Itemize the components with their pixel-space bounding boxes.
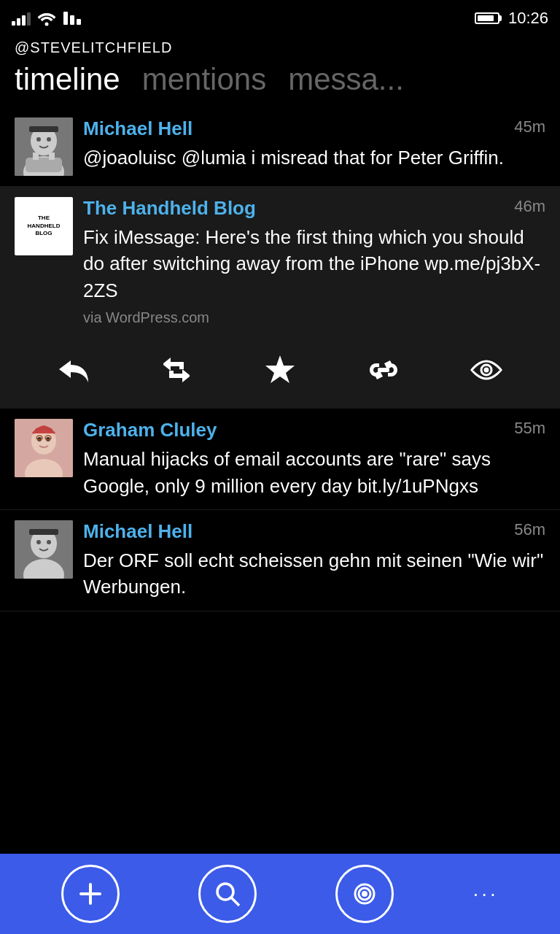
svg-point-8 xyxy=(47,137,51,142)
data-icon xyxy=(63,10,82,26)
avatar xyxy=(15,520,73,579)
bottom-bar: ··· xyxy=(0,854,560,934)
link-icon xyxy=(364,358,403,382)
svg-rect-2 xyxy=(70,15,74,25)
list-item[interactable]: Michael Hell 45m @joaoluisc @lumia i mis… xyxy=(0,107,560,187)
compose-button[interactable] xyxy=(61,865,120,923)
nav-tabs: timeline mentions messa... xyxy=(0,62,560,100)
link-button[interactable] xyxy=(358,348,409,392)
svg-rect-12 xyxy=(49,153,55,160)
tab-mentions[interactable]: mentions xyxy=(142,62,266,100)
status-bar: 10:26 xyxy=(0,0,560,36)
tweet-time: 46m xyxy=(514,197,545,216)
radio-icon xyxy=(350,879,379,908)
reply-icon xyxy=(56,355,91,385)
account-handle: @STEVELITCHFIELD xyxy=(0,36,560,62)
svg-point-7 xyxy=(36,137,41,142)
tweet-header: Michael Hell 45m xyxy=(83,117,545,140)
tweet-time: 56m xyxy=(514,520,545,539)
tweet-time: 45m xyxy=(514,117,545,136)
michael-hell-avatar2-icon xyxy=(15,520,73,579)
svg-point-32 xyxy=(217,884,233,900)
list-item[interactable]: Graham Cluley 55m Manual hijacks of emai… xyxy=(0,409,560,510)
svg-point-16 xyxy=(484,368,489,373)
status-right: 10:26 xyxy=(475,9,548,28)
tweet-body: Michael Hell 45m @joaoluisc @lumia i mis… xyxy=(83,117,545,176)
svg-point-27 xyxy=(36,540,41,544)
list-item[interactable]: Michael Hell 56m Der ORF soll echt schei… xyxy=(0,510,560,611)
avatar xyxy=(15,117,73,176)
tweet-author: Graham Cluley xyxy=(83,419,217,441)
tweet-time: 55m xyxy=(514,419,545,438)
tweet-actions xyxy=(15,336,545,398)
tweet-author: The Handheld Blog xyxy=(83,197,256,220)
svg-rect-29 xyxy=(29,529,58,535)
svg-rect-1 xyxy=(63,12,68,25)
tweet-body: Graham Cluley 55m Manual hijacks of emai… xyxy=(83,419,545,499)
svg-rect-31 xyxy=(79,892,101,895)
tweet-expanded-top: THEHANDHELDBLOG The Handheld Blog 46m Fi… xyxy=(15,197,545,326)
avatar: THEHANDHELDBLOG xyxy=(15,197,73,255)
more-button[interactable]: ··· xyxy=(473,882,499,906)
star-icon xyxy=(262,353,298,387)
tweet-author: Michael Hell xyxy=(83,117,192,140)
graham-cluley-avatar-icon xyxy=(15,419,73,477)
tab-messages[interactable]: messa... xyxy=(288,62,404,100)
svg-marker-13 xyxy=(265,355,295,383)
tweet-text: Fix iMessage: Here's the first thing whi… xyxy=(83,224,545,304)
tab-timeline[interactable]: timeline xyxy=(15,62,120,100)
tweet-header: Graham Cluley 55m xyxy=(83,419,545,441)
svg-rect-10 xyxy=(26,158,62,172)
tweet-header: The Handheld Blog 46m xyxy=(83,197,545,220)
star-button[interactable] xyxy=(254,348,306,392)
eye-button[interactable] xyxy=(461,348,512,392)
tweet-text: Manual hijacks of email accounts are "ra… xyxy=(83,446,545,499)
battery-icon xyxy=(475,12,499,24)
svg-point-34 xyxy=(362,891,368,897)
search-button[interactable] xyxy=(198,865,257,923)
tweet-via: via WordPress.com xyxy=(83,309,545,326)
tweet-text: @joaoluisc @lumia i misread that for Pet… xyxy=(83,144,545,171)
reply-button[interactable] xyxy=(48,348,99,392)
tweet-body: The Handheld Blog 46m Fix iMessage: Here… xyxy=(83,197,545,326)
svg-rect-11 xyxy=(33,153,39,160)
search-icon xyxy=(213,879,242,908)
broadcast-button[interactable] xyxy=(335,865,394,923)
svg-point-0 xyxy=(45,23,49,26)
svg-line-33 xyxy=(231,898,239,906)
tweet-header: Michael Hell 56m xyxy=(83,520,545,543)
retweet-icon xyxy=(158,355,195,385)
status-left xyxy=(12,10,82,26)
michael-hell-avatar-icon xyxy=(15,117,73,176)
plus-icon xyxy=(76,879,105,908)
svg-rect-3 xyxy=(77,19,81,25)
retweet-button[interactable] xyxy=(151,348,202,392)
tweet-body: Michael Hell 56m Der ORF soll echt schei… xyxy=(83,520,545,601)
tweet-list: Michael Hell 45m @joaoluisc @lumia i mis… xyxy=(0,107,560,841)
svg-point-28 xyxy=(47,540,51,544)
wifi-icon xyxy=(36,10,57,26)
signal-bars-icon xyxy=(12,11,31,26)
avatar xyxy=(15,419,73,477)
status-time: 10:26 xyxy=(508,9,548,28)
svg-rect-9 xyxy=(29,126,58,132)
list-item[interactable]: THEHANDHELDBLOG The Handheld Blog 46m Fi… xyxy=(0,187,560,409)
tweet-text: Der ORF soll echt scheissen gehn mit sei… xyxy=(83,547,545,601)
eye-icon xyxy=(467,357,506,383)
tweet-author: Michael Hell xyxy=(83,520,192,543)
